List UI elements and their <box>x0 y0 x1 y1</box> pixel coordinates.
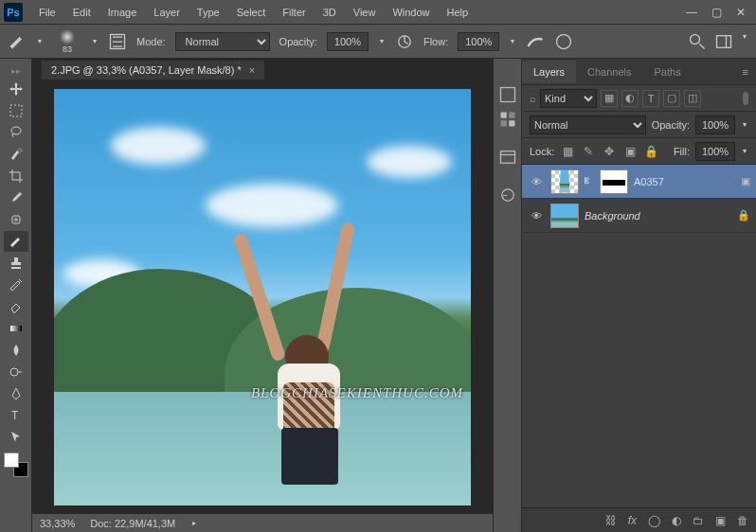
filter-shape-icon[interactable]: ▢ <box>663 90 680 107</box>
status-menu-caret[interactable]: ▸ <box>190 519 198 527</box>
visibility-toggle[interactable]: 👁 <box>528 210 545 222</box>
menu-3d[interactable]: 3D <box>315 3 345 22</box>
layer-name[interactable]: A0357 <box>634 176 664 187</box>
pen-tool[interactable] <box>4 383 28 404</box>
layer-fill-caret[interactable]: ▾ <box>741 147 748 155</box>
new-layer-icon[interactable]: ▣ <box>715 514 726 527</box>
stamp-tool[interactable] <box>4 253 28 274</box>
flow-input[interactable] <box>458 32 499 51</box>
menu-view[interactable]: View <box>345 3 385 22</box>
brush-panel-toggle-icon[interactable] <box>108 32 127 51</box>
svg-rect-17 <box>500 151 514 164</box>
tab-close-icon[interactable]: × <box>249 64 255 76</box>
tool-preset-icon[interactable] <box>8 32 27 51</box>
lock-pixels-icon[interactable]: ✎ <box>581 144 596 159</box>
path-select-tool[interactable] <box>4 427 28 448</box>
adjustments-panel-icon[interactable] <box>498 186 517 204</box>
filter-type-icon[interactable]: T <box>642 90 659 107</box>
workspace-caret[interactable]: ▾ <box>741 32 748 51</box>
opacity-input[interactable] <box>327 32 369 51</box>
brush-preview[interactable]: 83 <box>53 27 81 56</box>
color-swatches[interactable] <box>4 452 28 477</box>
menu-help[interactable]: Help <box>439 3 477 22</box>
filter-kind-select[interactable]: Kind <box>540 89 597 108</box>
color-panel-icon[interactable] <box>498 85 517 104</box>
pressure-size-icon[interactable] <box>554 32 573 51</box>
crop-tool[interactable] <box>4 166 28 186</box>
history-brush-tool[interactable] <box>4 275 28 295</box>
visibility-toggle[interactable]: 👁 <box>528 176 545 187</box>
toolbox-expand-icon[interactable]: ▸▸ <box>0 64 31 78</box>
menu-edit[interactable]: Edit <box>64 3 99 22</box>
lasso-tool[interactable] <box>4 122 28 143</box>
airbrush-icon[interactable] <box>526 32 545 51</box>
menu-type[interactable]: Type <box>189 3 228 22</box>
menu-window[interactable]: Window <box>384 3 438 22</box>
flow-caret[interactable]: ▾ <box>509 37 516 45</box>
blur-tool[interactable] <box>4 340 28 361</box>
link-layers-icon[interactable]: ⛓ <box>605 514 617 527</box>
menu-image[interactable]: Image <box>99 3 146 22</box>
panel-menu-icon[interactable]: ≡ <box>735 66 756 78</box>
layer-extras-icon[interactable]: ▣ <box>741 175 750 187</box>
foreground-color[interactable] <box>4 452 19 468</box>
layer-thumbnail[interactable] <box>550 169 579 194</box>
type-tool[interactable]: T <box>4 405 28 426</box>
search-icon[interactable] <box>688 32 707 51</box>
delete-layer-icon[interactable]: 🗑 <box>737 514 748 527</box>
workspace-icon[interactable] <box>714 32 733 51</box>
filter-pixel-icon[interactable]: ▦ <box>601 90 618 107</box>
layer-blend-select[interactable]: Normal <box>530 115 646 134</box>
menu-layer[interactable]: Layer <box>145 3 189 22</box>
layer-opacity-input[interactable] <box>695 115 735 134</box>
lock-all-icon[interactable]: 🔒 <box>643 144 658 159</box>
filter-smart-icon[interactable]: ◫ <box>684 90 701 107</box>
minimize-button[interactable]: — <box>680 4 703 21</box>
quick-select-tool[interactable] <box>4 144 28 165</box>
maximize-button[interactable]: ▢ <box>705 4 728 21</box>
layer-row[interactable]: 👁 Background 🔒 <box>522 199 756 233</box>
zoom-level[interactable]: 33,33% <box>40 518 75 529</box>
lock-transparent-icon[interactable]: ▦ <box>560 144 575 159</box>
filter-toggle[interactable] <box>743 92 748 105</box>
document-tab[interactable]: 2.JPG @ 33,3% (A0357, Layer Mask/8) * × <box>42 61 264 80</box>
library-panel-icon[interactable] <box>498 148 517 167</box>
adjustment-layer-icon[interactable]: ◐ <box>672 514 681 527</box>
mask-link-icon[interactable]: 𝄡 <box>585 176 594 186</box>
opacity-caret[interactable]: ▾ <box>378 37 386 45</box>
close-button[interactable]: ✕ <box>729 4 752 21</box>
options-bar: ▾ 83 ▾ Mode: Normal Opacity: ▾ Flow: ▾ ▾ <box>0 25 756 59</box>
tab-channels[interactable]: Channels <box>576 61 642 83</box>
marquee-tool[interactable] <box>4 100 28 121</box>
tab-paths[interactable]: Paths <box>643 61 693 83</box>
swatches-panel-icon[interactable] <box>498 110 517 129</box>
canvas[interactable]: BLOGCHIASEKIENTHUC.COM <box>54 89 471 505</box>
dodge-tool[interactable] <box>4 362 28 382</box>
add-mask-icon[interactable]: ◯ <box>648 514 660 527</box>
layer-name[interactable]: Background <box>585 210 640 222</box>
brush-caret[interactable]: ▾ <box>91 37 99 45</box>
layer-row[interactable]: 👁 𝄡 A0357 ▣ <box>522 165 756 199</box>
mask-thumbnail[interactable] <box>600 169 628 194</box>
layer-fill-input[interactable] <box>695 142 735 161</box>
lock-artboard-icon[interactable]: ▣ <box>622 144 638 159</box>
pressure-opacity-icon[interactable] <box>395 32 414 51</box>
layer-thumbnail[interactable] <box>550 204 579 228</box>
menu-file[interactable]: File <box>30 3 64 22</box>
layer-opacity-caret[interactable]: ▾ <box>741 120 748 129</box>
eraser-tool[interactable] <box>4 296 28 317</box>
menu-select[interactable]: Select <box>228 3 275 22</box>
brush-tool[interactable] <box>4 231 28 252</box>
eyedropper-tool[interactable] <box>4 187 28 208</box>
healing-tool[interactable] <box>4 209 28 230</box>
filter-adjust-icon[interactable]: ◐ <box>621 90 639 107</box>
layer-fx-icon[interactable]: fx <box>628 514 637 527</box>
lock-position-icon[interactable]: ✥ <box>602 144 617 159</box>
new-group-icon[interactable]: 🗀 <box>693 514 704 527</box>
move-tool[interactable] <box>4 79 28 99</box>
blend-mode-select[interactable]: Normal <box>175 32 270 51</box>
menu-filter[interactable]: Filter <box>274 3 314 22</box>
tool-preset-caret[interactable]: ▾ <box>36 37 44 45</box>
tab-layers[interactable]: Layers <box>522 61 576 83</box>
gradient-tool[interactable] <box>4 318 28 339</box>
